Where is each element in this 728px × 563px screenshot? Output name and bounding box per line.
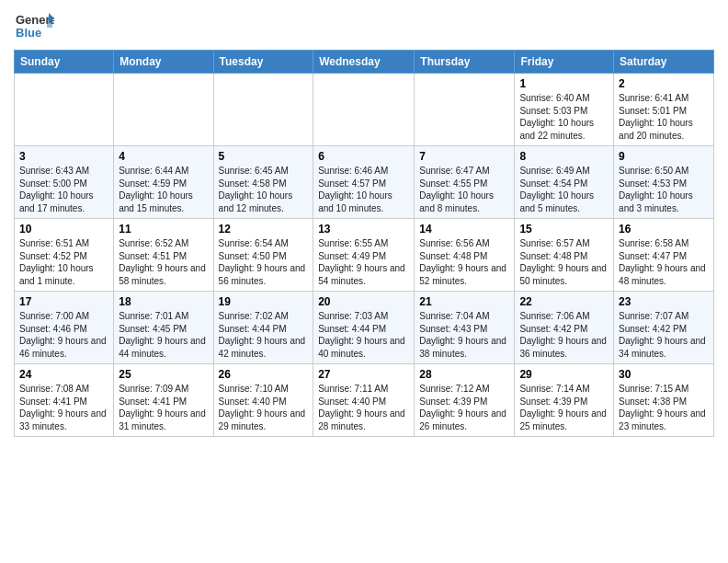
calendar-cell: 13Sunrise: 6:55 AMSunset: 4:49 PMDayligh… [313,219,415,292]
day-info: Sunrise: 7:00 AMSunset: 4:46 PMDaylight:… [19,310,108,360]
svg-marker-3 [47,17,52,28]
day-number: 10 [19,223,108,236]
day-info: Sunrise: 6:47 AMSunset: 4:55 PMDaylight:… [419,165,509,214]
day-info: Sunrise: 7:07 AMSunset: 4:42 PMDaylight:… [619,310,709,360]
day-info: Sunrise: 7:03 AMSunset: 4:44 PMDaylight:… [318,310,409,360]
day-info: Sunrise: 6:52 AMSunset: 4:51 PMDaylight:… [119,237,208,287]
weekday-header: Tuesday [213,51,313,74]
weekday-header: Monday [114,51,213,74]
calendar-cell [213,74,313,146]
day-number: 8 [519,150,609,163]
day-number: 3 [19,150,108,163]
day-number: 16 [619,223,709,236]
day-number: 19 [219,295,309,308]
day-number: 21 [419,295,509,308]
calendar-cell: 1Sunrise: 6:40 AMSunset: 5:03 PMDaylight… [515,74,614,146]
day-info: Sunrise: 6:50 AMSunset: 4:53 PMDaylight:… [619,165,709,214]
day-info: Sunrise: 6:49 AMSunset: 4:54 PMDaylight:… [519,165,609,214]
day-info: Sunrise: 7:15 AMSunset: 4:38 PMDaylight:… [619,383,709,432]
day-number: 13 [318,223,409,236]
day-info: Sunrise: 7:12 AMSunset: 4:39 PMDaylight:… [419,383,509,432]
calendar-cell: 22Sunrise: 7:06 AMSunset: 4:42 PMDayligh… [515,292,614,364]
calendar-cell: 19Sunrise: 7:02 AMSunset: 4:44 PMDayligh… [213,292,313,364]
day-info: Sunrise: 6:43 AMSunset: 5:00 PMDaylight:… [19,165,108,214]
day-info: Sunrise: 6:58 AMSunset: 4:47 PMDaylight:… [619,237,709,287]
day-number: 25 [119,368,208,381]
calendar-cell: 12Sunrise: 6:54 AMSunset: 4:50 PMDayligh… [213,219,313,292]
calendar-cell [313,74,415,146]
day-info: Sunrise: 6:45 AMSunset: 4:58 PMDaylight:… [219,165,309,214]
day-number: 4 [119,150,208,163]
day-info: Sunrise: 7:01 AMSunset: 4:45 PMDaylight:… [119,310,208,360]
day-number: 12 [219,223,309,236]
logo-icon: General Blue [14,9,54,42]
day-info: Sunrise: 6:56 AMSunset: 4:48 PMDaylight:… [419,237,509,287]
calendar-cell: 28Sunrise: 7:12 AMSunset: 4:39 PMDayligh… [415,364,515,437]
calendar-cell: 24Sunrise: 7:08 AMSunset: 4:41 PMDayligh… [15,364,114,437]
day-info: Sunrise: 7:09 AMSunset: 4:41 PMDaylight:… [119,383,208,432]
day-number: 28 [419,368,509,381]
weekday-header: Saturday [614,51,714,74]
calendar-cell [415,74,515,146]
day-number: 9 [619,150,709,163]
logo: General Blue [14,9,60,42]
day-info: Sunrise: 6:54 AMSunset: 4:50 PMDaylight:… [219,237,309,287]
day-number: 20 [318,295,409,308]
day-info: Sunrise: 7:04 AMSunset: 4:43 PMDaylight:… [419,310,509,360]
weekday-header: Wednesday [313,51,415,74]
svg-text:Blue: Blue [16,26,41,40]
day-number: 2 [619,77,709,90]
day-info: Sunrise: 7:11 AMSunset: 4:40 PMDaylight:… [318,383,409,432]
weekday-header: Thursday [415,51,515,74]
day-info: Sunrise: 6:41 AMSunset: 5:01 PMDaylight:… [619,92,709,142]
calendar-cell: 25Sunrise: 7:09 AMSunset: 4:41 PMDayligh… [114,364,213,437]
calendar-cell: 11Sunrise: 6:52 AMSunset: 4:51 PMDayligh… [114,219,213,292]
calendar-cell: 16Sunrise: 6:58 AMSunset: 4:47 PMDayligh… [614,219,714,292]
calendar-cell: 4Sunrise: 6:44 AMSunset: 4:59 PMDaylight… [114,146,213,219]
day-info: Sunrise: 6:44 AMSunset: 4:59 PMDaylight:… [119,165,208,214]
calendar-cell: 29Sunrise: 7:14 AMSunset: 4:39 PMDayligh… [515,364,614,437]
day-info: Sunrise: 6:51 AMSunset: 4:52 PMDaylight:… [19,237,108,287]
calendar-cell: 10Sunrise: 6:51 AMSunset: 4:52 PMDayligh… [15,219,114,292]
day-info: Sunrise: 7:06 AMSunset: 4:42 PMDaylight:… [519,310,609,360]
day-number: 5 [219,150,309,163]
day-number: 7 [419,150,509,163]
calendar-cell: 8Sunrise: 6:49 AMSunset: 4:54 PMDaylight… [515,146,614,219]
calendar-cell: 2Sunrise: 6:41 AMSunset: 5:01 PMDaylight… [614,74,714,146]
day-number: 22 [519,295,609,308]
day-number: 11 [119,223,208,236]
day-number: 14 [419,223,509,236]
day-info: Sunrise: 7:14 AMSunset: 4:39 PMDaylight:… [519,383,609,432]
calendar-cell: 14Sunrise: 6:56 AMSunset: 4:48 PMDayligh… [415,219,515,292]
weekday-header: Sunday [15,51,114,74]
header: General Blue [14,9,714,42]
calendar-cell: 20Sunrise: 7:03 AMSunset: 4:44 PMDayligh… [313,292,415,364]
day-number: 17 [19,295,108,308]
calendar-cell: 23Sunrise: 7:07 AMSunset: 4:42 PMDayligh… [614,292,714,364]
day-number: 23 [619,295,709,308]
calendar-cell: 15Sunrise: 6:57 AMSunset: 4:48 PMDayligh… [515,219,614,292]
calendar-cell: 30Sunrise: 7:15 AMSunset: 4:38 PMDayligh… [614,364,714,437]
day-info: Sunrise: 6:57 AMSunset: 4:48 PMDaylight:… [519,237,609,287]
calendar-cell [15,74,114,146]
day-number: 27 [318,368,409,381]
day-number: 29 [519,368,609,381]
calendar-body: 1Sunrise: 6:40 AMSunset: 5:03 PMDaylight… [15,74,714,437]
calendar-header: SundayMondayTuesdayWednesdayThursdayFrid… [15,51,714,74]
day-number: 24 [19,368,108,381]
calendar-cell: 3Sunrise: 6:43 AMSunset: 5:00 PMDaylight… [15,146,114,219]
day-number: 18 [119,295,208,308]
day-number: 6 [318,150,409,163]
calendar-cell: 9Sunrise: 6:50 AMSunset: 4:53 PMDaylight… [614,146,714,219]
day-number: 15 [519,223,609,236]
day-info: Sunrise: 7:08 AMSunset: 4:41 PMDaylight:… [19,383,108,432]
day-info: Sunrise: 7:02 AMSunset: 4:44 PMDaylight:… [219,310,309,360]
weekday-header: Friday [515,51,614,74]
calendar-cell: 7Sunrise: 6:47 AMSunset: 4:55 PMDaylight… [415,146,515,219]
day-info: Sunrise: 7:10 AMSunset: 4:40 PMDaylight:… [219,383,309,432]
calendar-table: SundayMondayTuesdayWednesdayThursdayFrid… [14,50,714,437]
calendar-cell: 21Sunrise: 7:04 AMSunset: 4:43 PMDayligh… [415,292,515,364]
calendar-cell [114,74,213,146]
day-number: 1 [519,77,609,90]
calendar-cell: 5Sunrise: 6:45 AMSunset: 4:58 PMDaylight… [213,146,313,219]
